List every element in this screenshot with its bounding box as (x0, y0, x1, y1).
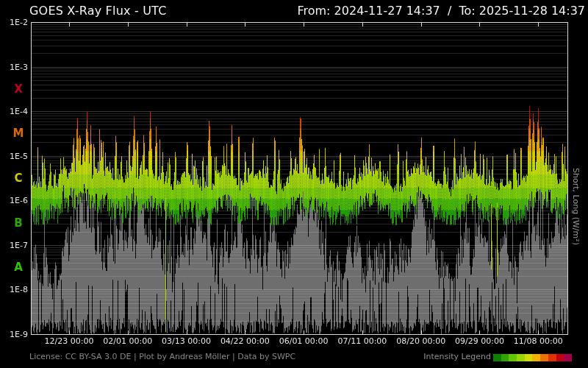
y-tick-label: 1E-2 (10, 18, 28, 27)
goes-xray-flux-chart: GOES X-Ray Flux - UTC From: 2024-11-27 1… (0, 0, 588, 368)
legend-color-swatch (525, 354, 533, 361)
intensity-legend-label: Intensity Legend (423, 352, 491, 361)
x-tick-label: 03/13 00:00 (162, 336, 211, 346)
right-axis-label: Short, Long (W/m²) (571, 110, 581, 302)
y-tick-label: 1E-6 (10, 196, 28, 205)
legend-color-swatch (493, 354, 501, 361)
class-letter-label: C (14, 171, 22, 185)
legend-color-swatch (548, 354, 556, 361)
legend-color-swatch (556, 354, 564, 361)
legend-color-swatch (564, 354, 572, 361)
x-tick-label: 12/23 00:00 (45, 336, 94, 346)
legend-color-swatch (501, 354, 509, 361)
legend-color-swatch (540, 354, 548, 361)
y-tick-label: 1E-8 (10, 285, 28, 294)
y-tick-label: 1E-9 (10, 330, 28, 339)
legend-color-swatch (532, 354, 540, 361)
x-tick-label: 02/01 00:00 (103, 336, 152, 346)
plot-canvas (0, 0, 588, 368)
date-range-label: From: 2024-11-27 14:37 / To: 2025-11-28 … (297, 4, 585, 18)
class-letter-label: A (14, 261, 23, 274)
x-tick-label: 06/01 00:00 (279, 336, 329, 346)
y-tick-label: 1E-3 (10, 62, 28, 71)
x-tick-label: 08/20 00:00 (396, 336, 445, 346)
x-tick-label: 11/08 00:00 (514, 336, 563, 346)
class-letter-label: B (14, 216, 22, 230)
legend-color-swatch (517, 354, 525, 361)
x-tick-label: 09/29 00:00 (455, 336, 504, 346)
intensity-legend-gradient (493, 354, 572, 361)
y-tick-label: 1E-4 (10, 107, 28, 116)
legend-color-swatch (509, 354, 517, 361)
class-letter-label: X (14, 82, 23, 96)
license-credit-text: License: CC BY-SA 3.0 DE | Plot by Andre… (29, 352, 295, 361)
y-tick-label: 1E-7 (10, 240, 28, 250)
x-tick-label: 04/22 00:00 (220, 336, 270, 346)
class-letter-label: M (13, 127, 24, 140)
x-tick-label: 07/11 00:00 (337, 336, 387, 346)
y-tick-label: 1E-5 (10, 151, 28, 160)
page-title: GOES X-Ray Flux - UTC (29, 4, 167, 18)
